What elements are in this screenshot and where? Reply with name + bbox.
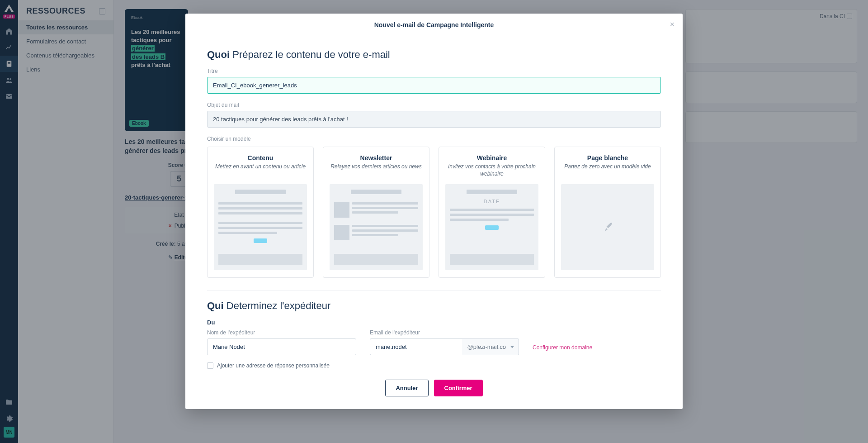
- section-quoi: Quoi Préparez le contenu de votre e-mail: [207, 49, 661, 61]
- titre-label: Titre: [207, 68, 661, 74]
- tpl-preview: DATE: [445, 184, 538, 270]
- tpl-preview: [561, 184, 654, 270]
- sender-name-label: Nom de l'expéditeur: [207, 329, 356, 336]
- sender-name-input[interactable]: [207, 338, 356, 355]
- cancel-button[interactable]: Annuler: [385, 380, 428, 396]
- template-webinaire[interactable]: Webinaire Invitez vos contacts à votre p…: [439, 147, 545, 278]
- tpl-desc: Invitez vos contacts à votre prochain we…: [445, 163, 538, 178]
- tpl-desc: Mettez en avant un contenu ou article: [214, 163, 307, 178]
- tpl-preview: [214, 184, 307, 270]
- du-label: Du: [207, 319, 661, 326]
- tpl-preview: [330, 184, 423, 270]
- section-qui: Qui Determinez l'expéditeur: [207, 300, 661, 312]
- brush-icon: [566, 190, 650, 265]
- new-email-modal: Nouvel e-mail de Campagne Intelligente ×…: [185, 14, 683, 409]
- sender-email-label: Email de l'expéditeur: [370, 329, 519, 336]
- template-contenu[interactable]: Contenu Mettez en avant un contenu ou ar…: [207, 147, 314, 278]
- modal-title: Nouvel e-mail de Campagne Intelligente: [374, 21, 494, 29]
- confirm-button[interactable]: Confirmer: [434, 380, 483, 396]
- domain-select[interactable]: @plezi-mail.co: [462, 338, 519, 355]
- reply-checkbox-label: Ajouter une adresse de réponse personnal…: [217, 362, 330, 369]
- sender-email-input[interactable]: [370, 338, 462, 355]
- titre-input[interactable]: [207, 77, 661, 94]
- tpl-title: Webinaire: [445, 154, 538, 162]
- configure-domain-link[interactable]: Configurer mon domaine: [533, 344, 592, 355]
- checkbox-icon[interactable]: [207, 362, 213, 369]
- close-icon[interactable]: ×: [670, 20, 675, 29]
- tpl-desc: Partez de zero avec un modèle vide: [561, 163, 654, 178]
- objet-label: Objet du mail: [207, 102, 661, 108]
- tpl-desc: Relayez vos derniers articles ou news: [330, 163, 423, 178]
- template-blank[interactable]: Page blanche Partez de zero avec un modè…: [554, 147, 661, 278]
- reply-checkbox-row[interactable]: Ajouter une adresse de réponse personnal…: [207, 362, 661, 369]
- tpl-title: Newsletter: [330, 154, 423, 162]
- tpl-title: Page blanche: [561, 154, 654, 162]
- objet-input[interactable]: [207, 111, 661, 128]
- tpl-title: Contenu: [214, 154, 307, 162]
- template-label: Choisir un modèle: [207, 136, 661, 142]
- template-newsletter[interactable]: Newsletter Relayez vos derniers articles…: [323, 147, 429, 278]
